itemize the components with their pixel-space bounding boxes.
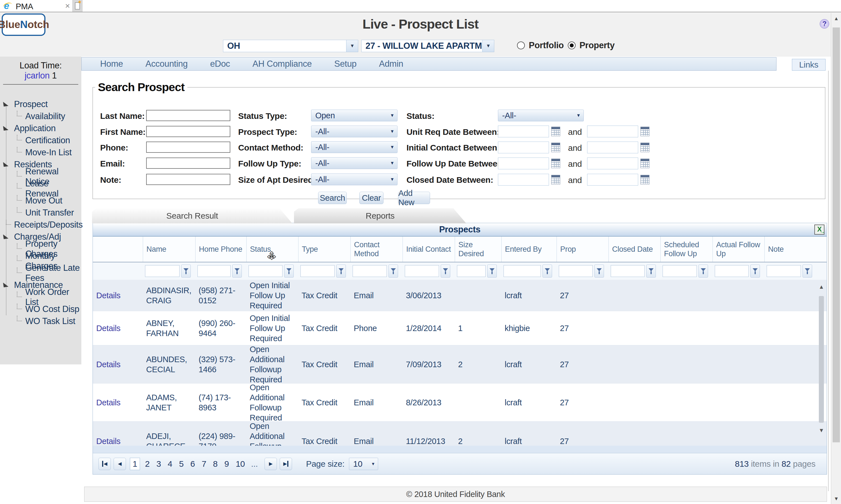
state-dropdown[interactable]: OH ▼ — [223, 40, 358, 52]
filter-funnel-icon[interactable] — [284, 265, 294, 277]
col-header-details[interactable] — [93, 237, 143, 262]
add-new-button[interactable]: Add New — [398, 192, 430, 204]
col-header-prop[interactable]: Prop — [557, 237, 609, 262]
filter-input-type[interactable] — [300, 265, 335, 277]
calendar-icon[interactable] — [641, 143, 649, 152]
unit-req-date-from-field[interactable] — [498, 126, 549, 137]
follow-up-date-to-field[interactable] — [587, 158, 638, 169]
sidebar-item-application[interactable]: Application — [0, 122, 81, 134]
details-link[interactable]: Details — [93, 280, 143, 311]
closed-date-from-field[interactable] — [498, 174, 549, 185]
page-scrollbar[interactable]: ▲ ▼ — [831, 13, 841, 504]
filter-input-status[interactable] — [248, 265, 282, 277]
filter-funnel-icon[interactable] — [543, 265, 552, 277]
username[interactable]: jcarlon — [25, 71, 50, 80]
filter-funnel-icon[interactable] — [699, 265, 708, 277]
col-header-actual-follow-up[interactable]: Actual Follow Up — [713, 237, 765, 262]
clear-button[interactable]: Clear — [360, 192, 384, 204]
sidebar-item-receipts-deposits[interactable]: Receipts/Deposits — [0, 219, 81, 231]
sidebar-item-certification[interactable]: Certification — [0, 134, 81, 146]
filter-input-size-desired[interactable] — [457, 265, 486, 277]
scrollbar-thumb[interactable] — [819, 296, 824, 423]
page-size-dropdown[interactable]: 10 ▼ — [349, 458, 378, 470]
sidebar-item-move-in-list[interactable]: Move-In List — [0, 146, 81, 158]
filter-funnel-icon[interactable] — [441, 265, 450, 277]
pagination-ellipsis[interactable]: ... — [248, 459, 261, 469]
scroll-down-icon[interactable]: ▼ — [831, 496, 841, 502]
export-to-excel-button[interactable]: X → — [814, 224, 824, 235]
filter-funnel-icon[interactable] — [803, 265, 812, 277]
col-header-contact-method[interactable]: Contact Method — [350, 237, 403, 262]
chevron-down-icon[interactable]: ▼ — [482, 40, 494, 52]
browser-tab-title[interactable]: PMA — [16, 2, 33, 11]
details-link[interactable]: Details — [93, 311, 143, 345]
follow-up-date-from-field[interactable] — [498, 158, 549, 169]
sidebar-item-work-order-list[interactable]: Work Order List — [0, 291, 81, 303]
page-5-link[interactable]: 5 — [176, 459, 187, 469]
calendar-icon[interactable] — [551, 127, 560, 136]
filter-funnel-icon[interactable] — [594, 265, 604, 277]
property-radio[interactable] — [568, 41, 576, 49]
details-link[interactable]: Details — [93, 421, 143, 446]
col-header-home-phone[interactable]: Home Phone — [195, 237, 246, 262]
chevron-down-icon[interactable]: ▼ — [346, 40, 358, 52]
initial-contact-to-field[interactable] — [587, 142, 638, 153]
next-page-button[interactable]: ▶ — [264, 458, 277, 470]
filter-input-actual-follow-up[interactable] — [715, 265, 749, 277]
page-4-link[interactable]: 4 — [164, 459, 176, 469]
filter-input-scheduled-follow-up[interactable] — [663, 265, 697, 277]
menu-item-edoc[interactable]: eDoc — [210, 59, 230, 69]
calendar-icon[interactable] — [551, 143, 560, 152]
filter-funnel-icon[interactable] — [487, 265, 497, 277]
filter-funnel-icon[interactable] — [181, 265, 191, 277]
last-page-button[interactable]: ▶ — [280, 458, 292, 470]
col-header-note[interactable]: Note — [765, 237, 817, 262]
filter-funnel-icon[interactable] — [750, 265, 760, 277]
first-name-field[interactable] — [146, 126, 230, 137]
portfolio-radio-label[interactable]: Portfolio — [529, 40, 564, 51]
portfolio-radio[interactable] — [517, 41, 525, 49]
page-1-current[interactable]: 1 — [130, 458, 140, 470]
scrollbar-thumb[interactable] — [833, 28, 840, 442]
col-header-scheduled-follow-up[interactable]: Scheduled Follow Up — [660, 237, 713, 262]
initial-contact-from-field[interactable] — [498, 142, 549, 153]
unit-req-date-to-field[interactable] — [587, 126, 638, 137]
previous-page-button[interactable]: ◀ — [113, 458, 126, 470]
search-button[interactable]: Search — [318, 192, 347, 204]
grid-scrollbar[interactable]: ▲ ▼ — [817, 280, 826, 446]
email-field[interactable] — [146, 158, 230, 169]
tab-reports[interactable]: Reports — [294, 208, 466, 223]
sidebar-item-wo-task-list[interactable]: WO Task List — [0, 315, 81, 327]
col-header-closed-date[interactable]: Closed Date — [609, 237, 660, 262]
closed-date-to-field[interactable] — [587, 174, 638, 185]
col-header-entered-by[interactable]: Entered By — [501, 237, 557, 262]
page-2-link[interactable]: 2 — [142, 459, 153, 469]
contact-method-dropdown[interactable]: -All-▼ — [311, 141, 398, 153]
prospect-type-dropdown[interactable]: -All-▼ — [311, 126, 398, 137]
menu-item-accounting[interactable]: Accounting — [145, 59, 188, 69]
calendar-icon[interactable] — [551, 175, 560, 184]
filter-funnel-icon[interactable] — [232, 265, 242, 277]
scroll-up-icon[interactable]: ▲ — [817, 282, 826, 291]
col-header-name[interactable]: Name — [143, 237, 195, 262]
scroll-up-icon[interactable]: ▲ — [831, 16, 841, 22]
sidebar-item-availability[interactable]: Availability — [0, 110, 81, 122]
menu-item-ah-compliance[interactable]: AH Compliance — [252, 59, 312, 69]
col-header-initial-contact[interactable]: Initial Contact — [403, 237, 455, 262]
sidebar-item-unit-transfer[interactable]: Unit Transfer — [0, 206, 81, 219]
property-dropdown[interactable]: 27 - WILLOW LAKE APARTMENTS ▼ — [361, 40, 494, 52]
status-type-dropdown[interactable]: Open▼ — [311, 110, 398, 121]
filter-funnel-icon[interactable] — [388, 265, 398, 277]
details-link[interactable]: Details — [93, 383, 143, 421]
calendar-icon[interactable] — [641, 127, 649, 136]
page-9-link[interactable]: 9 — [221, 459, 232, 469]
details-link[interactable]: Details — [93, 345, 143, 383]
filter-funnel-icon[interactable] — [646, 265, 656, 277]
filter-input-closed-date[interactable] — [611, 265, 645, 277]
filter-input-home-phone[interactable] — [197, 265, 231, 277]
follow-up-type-dropdown[interactable]: -All-▼ — [311, 157, 398, 169]
filter-funnel-icon[interactable] — [336, 265, 346, 277]
calendar-icon[interactable] — [641, 159, 649, 168]
calendar-icon[interactable] — [551, 159, 560, 168]
sidebar-item-lease-renewal[interactable]: Lease Renewal — [0, 182, 81, 195]
